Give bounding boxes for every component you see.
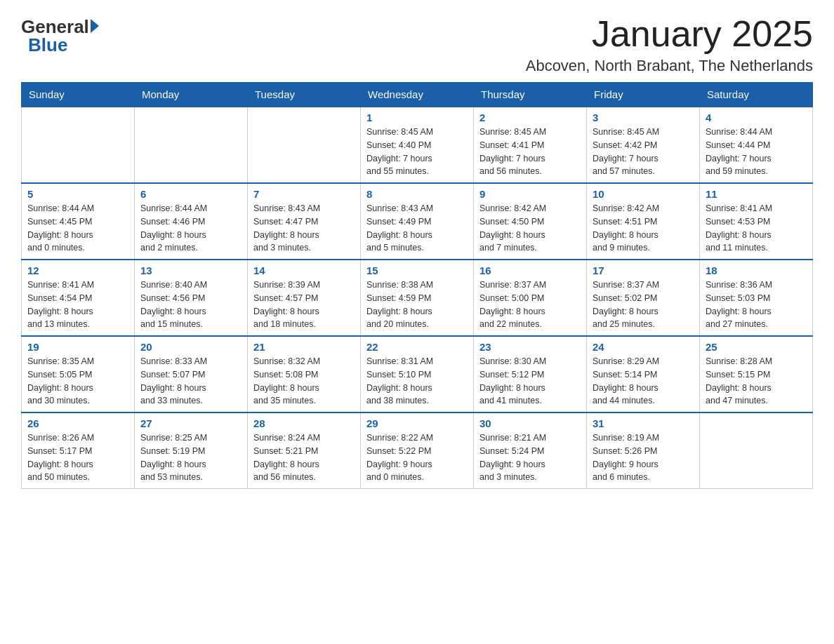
day-number: 28 — [253, 417, 355, 429]
calendar-cell: 19Sunrise: 8:35 AM Sunset: 5:05 PM Dayli… — [22, 336, 135, 412]
calendar-cell: 28Sunrise: 8:24 AM Sunset: 5:21 PM Dayli… — [248, 412, 361, 489]
day-number: 11 — [706, 188, 807, 200]
calendar-cell: 3Sunrise: 8:45 AM Sunset: 4:42 PM Daylig… — [587, 107, 700, 183]
calendar-table: SundayMondayTuesdayWednesdayThursdayFrid… — [21, 82, 813, 489]
calendar-cell: 6Sunrise: 8:44 AM Sunset: 4:46 PM Daylig… — [135, 183, 248, 260]
day-info: Sunrise: 8:38 AM Sunset: 4:59 PM Dayligh… — [366, 279, 468, 331]
logo-triangle-icon — [91, 19, 99, 33]
day-number: 30 — [479, 417, 581, 429]
week-row-5: 26Sunrise: 8:26 AM Sunset: 5:17 PM Dayli… — [22, 412, 813, 489]
day-number: 23 — [479, 341, 581, 353]
day-number: 16 — [479, 264, 581, 276]
calendar-cell: 5Sunrise: 8:44 AM Sunset: 4:45 PM Daylig… — [22, 183, 135, 260]
calendar-cell: 25Sunrise: 8:28 AM Sunset: 5:15 PM Dayli… — [700, 336, 813, 412]
day-info: Sunrise: 8:42 AM Sunset: 4:51 PM Dayligh… — [593, 202, 694, 255]
calendar-cell: 9Sunrise: 8:42 AM Sunset: 4:50 PM Daylig… — [474, 183, 587, 260]
calendar-cell: 14Sunrise: 8:39 AM Sunset: 4:57 PM Dayli… — [248, 260, 361, 336]
calendar-header-tuesday: Tuesday — [248, 83, 361, 107]
calendar-cell: 31Sunrise: 8:19 AM Sunset: 5:26 PM Dayli… — [587, 412, 700, 489]
calendar-cell: 8Sunrise: 8:43 AM Sunset: 4:49 PM Daylig… — [361, 183, 474, 260]
week-row-3: 12Sunrise: 8:41 AM Sunset: 4:54 PM Dayli… — [22, 260, 813, 336]
calendar-cell: 30Sunrise: 8:21 AM Sunset: 5:24 PM Dayli… — [474, 412, 587, 489]
day-number: 19 — [27, 341, 128, 353]
day-number: 2 — [479, 112, 581, 123]
day-info: Sunrise: 8:45 AM Sunset: 4:42 PM Dayligh… — [593, 126, 694, 178]
day-info: Sunrise: 8:43 AM Sunset: 4:47 PM Dayligh… — [253, 202, 355, 255]
day-info: Sunrise: 8:44 AM Sunset: 4:46 PM Dayligh… — [140, 202, 241, 255]
calendar-cell: 22Sunrise: 8:31 AM Sunset: 5:10 PM Dayli… — [361, 336, 474, 412]
calendar-cell: 17Sunrise: 8:37 AM Sunset: 5:02 PM Dayli… — [587, 260, 700, 336]
calendar-header-row: SundayMondayTuesdayWednesdayThursdayFrid… — [22, 83, 813, 107]
day-number: 27 — [140, 417, 241, 429]
calendar-cell: 29Sunrise: 8:22 AM Sunset: 5:22 PM Dayli… — [361, 412, 474, 489]
day-info: Sunrise: 8:44 AM Sunset: 4:45 PM Dayligh… — [27, 202, 128, 255]
day-info: Sunrise: 8:37 AM Sunset: 5:00 PM Dayligh… — [479, 279, 581, 331]
calendar-cell: 4Sunrise: 8:44 AM Sunset: 4:44 PM Daylig… — [700, 107, 813, 183]
day-number: 9 — [479, 188, 581, 200]
calendar-header-monday: Monday — [135, 83, 248, 107]
day-info: Sunrise: 8:37 AM Sunset: 5:02 PM Dayligh… — [593, 279, 694, 331]
calendar-cell: 24Sunrise: 8:29 AM Sunset: 5:14 PM Dayli… — [587, 336, 700, 412]
day-info: Sunrise: 8:43 AM Sunset: 4:49 PM Dayligh… — [366, 202, 468, 255]
day-info: Sunrise: 8:28 AM Sunset: 5:15 PM Dayligh… — [706, 355, 807, 408]
day-number: 22 — [366, 341, 468, 353]
calendar-header-saturday: Saturday — [700, 83, 813, 107]
day-number: 29 — [366, 417, 468, 429]
calendar-cell — [700, 412, 813, 489]
month-title: January 2025 — [526, 14, 813, 54]
calendar-cell: 13Sunrise: 8:40 AM Sunset: 4:56 PM Dayli… — [135, 260, 248, 336]
day-number: 1 — [366, 112, 468, 123]
day-info: Sunrise: 8:24 AM Sunset: 5:21 PM Dayligh… — [253, 431, 355, 484]
location-subtitle: Abcoven, North Brabant, The Netherlands — [526, 57, 813, 75]
week-row-4: 19Sunrise: 8:35 AM Sunset: 5:05 PM Dayli… — [22, 336, 813, 412]
day-number: 5 — [27, 188, 128, 200]
week-row-1: 1Sunrise: 8:45 AM Sunset: 4:40 PM Daylig… — [22, 107, 813, 183]
logo: General Blue — [21, 14, 99, 54]
calendar-cell: 2Sunrise: 8:45 AM Sunset: 4:41 PM Daylig… — [474, 107, 587, 183]
day-number: 15 — [366, 264, 468, 276]
day-number: 13 — [140, 264, 241, 276]
day-info: Sunrise: 8:30 AM Sunset: 5:12 PM Dayligh… — [479, 355, 581, 408]
calendar-cell — [135, 107, 248, 183]
day-number: 17 — [593, 264, 694, 276]
page-header: General Blue January 2025 Abcoven, North… — [21, 14, 813, 75]
day-info: Sunrise: 8:35 AM Sunset: 5:05 PM Dayligh… — [27, 355, 128, 408]
calendar-cell: 26Sunrise: 8:26 AM Sunset: 5:17 PM Dayli… — [22, 412, 135, 489]
day-info: Sunrise: 8:42 AM Sunset: 4:50 PM Dayligh… — [479, 202, 581, 255]
calendar-cell: 21Sunrise: 8:32 AM Sunset: 5:08 PM Dayli… — [248, 336, 361, 412]
day-number: 25 — [706, 341, 807, 353]
day-number: 31 — [593, 417, 694, 429]
day-number: 6 — [140, 188, 241, 200]
day-number: 8 — [366, 188, 468, 200]
day-info: Sunrise: 8:41 AM Sunset: 4:53 PM Dayligh… — [706, 202, 807, 255]
day-number: 7 — [253, 188, 355, 200]
day-info: Sunrise: 8:19 AM Sunset: 5:26 PM Dayligh… — [593, 431, 694, 484]
calendar-header-wednesday: Wednesday — [361, 83, 474, 107]
day-info: Sunrise: 8:45 AM Sunset: 4:40 PM Dayligh… — [366, 126, 468, 178]
day-number: 14 — [253, 264, 355, 276]
calendar-cell: 10Sunrise: 8:42 AM Sunset: 4:51 PM Dayli… — [587, 183, 700, 260]
day-info: Sunrise: 8:29 AM Sunset: 5:14 PM Dayligh… — [593, 355, 694, 408]
calendar-cell — [248, 107, 361, 183]
day-number: 20 — [140, 341, 241, 353]
day-number: 18 — [706, 264, 807, 276]
day-number: 24 — [593, 341, 694, 353]
calendar-cell: 18Sunrise: 8:36 AM Sunset: 5:03 PM Dayli… — [700, 260, 813, 336]
calendar-cell — [22, 107, 135, 183]
day-number: 4 — [706, 112, 807, 123]
day-info: Sunrise: 8:44 AM Sunset: 4:44 PM Dayligh… — [706, 126, 807, 178]
day-number: 3 — [593, 112, 694, 123]
calendar-cell: 20Sunrise: 8:33 AM Sunset: 5:07 PM Dayli… — [135, 336, 248, 412]
calendar-header-sunday: Sunday — [22, 83, 135, 107]
day-info: Sunrise: 8:41 AM Sunset: 4:54 PM Dayligh… — [27, 279, 128, 331]
calendar-cell: 12Sunrise: 8:41 AM Sunset: 4:54 PM Dayli… — [22, 260, 135, 336]
calendar-cell: 1Sunrise: 8:45 AM Sunset: 4:40 PM Daylig… — [361, 107, 474, 183]
calendar-cell: 15Sunrise: 8:38 AM Sunset: 4:59 PM Dayli… — [361, 260, 474, 336]
calendar-cell: 11Sunrise: 8:41 AM Sunset: 4:53 PM Dayli… — [700, 183, 813, 260]
week-row-2: 5Sunrise: 8:44 AM Sunset: 4:45 PM Daylig… — [22, 183, 813, 260]
day-info: Sunrise: 8:21 AM Sunset: 5:24 PM Dayligh… — [479, 431, 581, 484]
day-info: Sunrise: 8:39 AM Sunset: 4:57 PM Dayligh… — [253, 279, 355, 331]
day-info: Sunrise: 8:36 AM Sunset: 5:03 PM Dayligh… — [706, 279, 807, 331]
day-info: Sunrise: 8:22 AM Sunset: 5:22 PM Dayligh… — [366, 431, 468, 484]
calendar-cell: 27Sunrise: 8:25 AM Sunset: 5:19 PM Dayli… — [135, 412, 248, 489]
